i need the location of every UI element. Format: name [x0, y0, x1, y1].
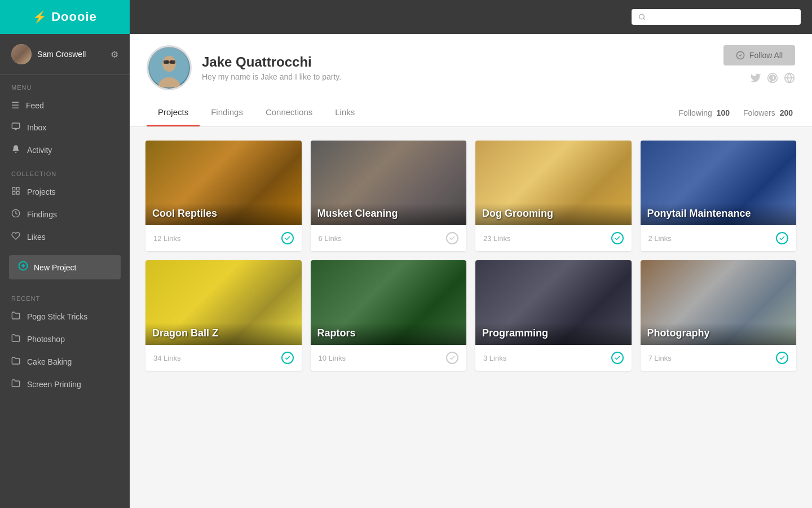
- project-check-icon[interactable]: [776, 232, 788, 244]
- sidebar-item-screen-printing[interactable]: Screen Printing: [0, 373, 130, 396]
- project-footer: 34 Links: [145, 345, 302, 371]
- project-title: Programming: [475, 323, 632, 345]
- project-card-musket-cleaning[interactable]: Musket Cleaning 6 Links: [311, 141, 467, 251]
- new-project-button[interactable]: New Project: [9, 255, 121, 279]
- check-circle-icon: [736, 51, 745, 60]
- projects-grid: Cool Reptiles 12 Links Musket Cleaning 6…: [130, 127, 812, 384]
- project-card-photography[interactable]: Photography 7 Links: [641, 260, 797, 371]
- project-title: Raptors: [311, 323, 467, 345]
- project-image: Dog Grooming: [475, 141, 632, 225]
- sidebar-item-label: Findings: [27, 210, 57, 219]
- plus-circle-icon: [18, 261, 28, 274]
- sidebar-item-likes[interactable]: Likes: [0, 226, 130, 248]
- sidebar-item-label: Pogo Stick Tricks: [27, 312, 87, 321]
- search-bar[interactable]: [632, 9, 801, 25]
- project-card-programming[interactable]: Programming 3 Links: [475, 260, 632, 371]
- project-title: Dog Grooming: [475, 203, 632, 225]
- sidebar-username: Sam Croswell: [37, 50, 105, 59]
- svg-line-1: [643, 19, 645, 20]
- sidebar-item-cake[interactable]: Cake Baking: [0, 351, 130, 373]
- followers-stat: Folowers 200: [743, 108, 793, 117]
- project-check-icon[interactable]: [611, 352, 624, 364]
- sidebar-item-label: Cake Baking: [27, 357, 72, 366]
- project-links-count: 23 Links: [483, 234, 510, 243]
- svg-rect-2: [12, 123, 19, 128]
- project-card-cool-reptiles[interactable]: Cool Reptiles 12 Links: [145, 141, 302, 251]
- new-project-label: New Project: [34, 263, 76, 272]
- profile-avatar-image: [148, 47, 190, 89]
- project-image: Musket Cleaning: [311, 141, 467, 225]
- main-layout: Sam Croswell ⚙ Menu ☰ Feed Inbox Activit…: [0, 34, 812, 508]
- folder-icon: [11, 334, 20, 345]
- follow-all-button[interactable]: Follow All: [723, 45, 795, 65]
- project-footer: 7 Links: [641, 345, 797, 371]
- content-area: Jake Quattrocchi Hey my name is Jake and…: [130, 34, 812, 508]
- followers-label: Folowers: [743, 108, 775, 117]
- project-image: Raptors: [311, 260, 467, 345]
- svg-rect-13: [170, 60, 175, 64]
- following-stat: Following 100: [679, 108, 730, 117]
- project-card-dog-grooming[interactable]: Dog Grooming 23 Links: [475, 141, 632, 251]
- sidebar-item-inbox[interactable]: Inbox: [0, 116, 130, 139]
- profile-text: Jake Quattrocchi Hey my name is Jake and…: [202, 54, 341, 81]
- findings-icon: [11, 209, 20, 220]
- following-count: 100: [717, 108, 730, 117]
- sidebar-item-label: Likes: [27, 233, 46, 242]
- sidebar-item-activity[interactable]: Activity: [0, 139, 130, 161]
- activity-icon: [11, 144, 20, 156]
- tab-projects[interactable]: Projects: [147, 99, 200, 126]
- profile-actions: Follow All: [723, 45, 795, 86]
- logo-bolt-icon: ⚡: [33, 10, 47, 24]
- profile-info: Jake Quattrocchi Hey my name is Jake and…: [147, 45, 341, 90]
- tab-links[interactable]: Links: [324, 99, 366, 126]
- project-check-icon[interactable]: [446, 352, 458, 364]
- project-check-icon[interactable]: [446, 232, 458, 244]
- gear-icon[interactable]: ⚙: [111, 49, 118, 60]
- project-image: Photography: [641, 260, 797, 345]
- profile-tabs-row: Projects Findings Connections Links Foll…: [147, 99, 795, 126]
- sidebar-item-label: Projects: [27, 187, 56, 196]
- project-footer: 23 Links: [475, 225, 632, 251]
- sidebar-item-pogo[interactable]: Pogo Stick Tricks: [0, 305, 130, 328]
- search-input[interactable]: [650, 12, 794, 21]
- project-links-count: 3 Links: [483, 354, 506, 362]
- project-image: Ponytail Maintenance: [641, 141, 797, 225]
- svg-point-0: [639, 14, 645, 19]
- project-links-count: 10 Links: [319, 354, 346, 362]
- tab-connections[interactable]: Connections: [254, 99, 324, 126]
- project-title: Ponytail Maintenance: [641, 203, 797, 225]
- tabs: Projects Findings Connections Links: [147, 99, 366, 126]
- sidebar-item-photoshop[interactable]: Photoshop: [0, 328, 130, 351]
- twitter-icon[interactable]: [750, 72, 761, 86]
- feed-icon: ☰: [11, 100, 19, 111]
- pinterest-icon[interactable]: [767, 72, 778, 86]
- sidebar-item-findings[interactable]: Findings: [0, 203, 130, 226]
- project-card-ponytail-maintenance[interactable]: Ponytail Maintenance 2 Links: [641, 141, 797, 251]
- sidebar-item-projects[interactable]: Projects: [0, 181, 130, 203]
- project-card-raptors[interactable]: Raptors 10 Links: [311, 260, 467, 371]
- profile-header: Jake Quattrocchi Hey my name is Jake and…: [130, 34, 812, 127]
- globe-icon[interactable]: [784, 72, 795, 86]
- project-footer: 2 Links: [641, 225, 797, 251]
- project-check-icon[interactable]: [281, 232, 294, 244]
- project-footer: 6 Links: [311, 225, 467, 251]
- sidebar-item-label: Activity: [27, 146, 52, 155]
- project-check-icon[interactable]: [611, 232, 624, 244]
- folder-icon: [11, 356, 20, 367]
- project-links-count: 6 Links: [319, 234, 342, 243]
- project-card-dragon-ball-z[interactable]: Dragon Ball Z 34 Links: [145, 260, 302, 371]
- project-links-count: 2 Links: [648, 234, 672, 243]
- recent-section-label: Recent: [0, 286, 130, 305]
- project-check-icon[interactable]: [281, 352, 294, 364]
- project-title: Cool Reptiles: [145, 203, 302, 225]
- project-footer: 10 Links: [311, 345, 467, 371]
- topbar: ⚡ Doooie: [0, 0, 812, 34]
- collection-section-label: Collection: [0, 161, 130, 181]
- profile-name: Jake Quattrocchi: [202, 54, 341, 70]
- project-title: Dragon Ball Z: [145, 323, 302, 345]
- project-check-icon[interactable]: [776, 352, 788, 364]
- sidebar-user: Sam Croswell ⚙: [0, 34, 130, 75]
- tab-findings[interactable]: Findings: [200, 99, 254, 126]
- sidebar: Sam Croswell ⚙ Menu ☰ Feed Inbox Activit…: [0, 34, 130, 508]
- sidebar-item-feed[interactable]: ☰ Feed: [0, 94, 130, 116]
